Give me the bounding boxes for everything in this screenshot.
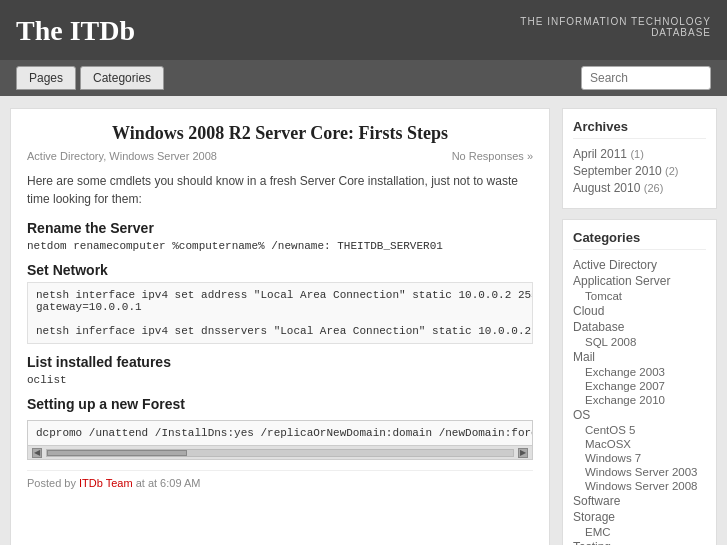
sidebar: Archives April 2011 (1) September 2010 (… [562,108,717,545]
code-rename: netdom renamecomputer %computername% /ne… [27,240,533,252]
cat-testing[interactable]: Testing [573,540,706,545]
main-content: Windows 2008 R2 Server Core: Firsts Step… [10,108,550,545]
cat-database[interactable]: Database [573,320,706,334]
cat-exchange2007[interactable]: Exchange 2007 [585,380,706,392]
cat-tomcat[interactable]: Tomcat [585,290,706,302]
article-responses: No Responses » [452,150,533,162]
article-title: Windows 2008 R2 Server Core: Firsts Step… [27,123,533,144]
cat-centos5[interactable]: CentOS 5 [585,424,706,436]
scrollbar-right-arrow[interactable]: ▶ [518,448,528,458]
tab-pages[interactable]: Pages [16,66,76,90]
nav-tabs: Pages Categories [16,66,164,90]
cat-macosx[interactable]: MacOSX [585,438,706,450]
code-oclist: oclist [27,374,533,386]
site-header: The ITDb THE INFORMATION TECHNOLOGY DATA… [0,0,727,60]
footer-prefix: Posted by [27,477,76,489]
cat-sub-tomcat: Tomcat [573,290,706,302]
code-network: netsh interface ipv4 set address "Local … [27,282,533,344]
site-logo[interactable]: The ITDb [16,10,135,48]
cat-active-directory[interactable]: Active Directory [573,258,706,272]
scrollbar-left-arrow[interactable]: ◀ [32,448,42,458]
article-categories: Active Directory, Windows Server 2008 [27,150,217,162]
footer-time: at 6:09 AM [148,477,201,489]
archive-item-aug2010[interactable]: August 2010 (26) [573,181,706,195]
content-wrapper: Windows 2008 R2 Server Core: Firsts Step… [0,96,727,545]
footer-author[interactable]: ITDb Team [79,477,133,489]
cat-windows-server-2008[interactable]: Windows Server 2008 [585,480,706,492]
site-tagline: THE INFORMATION TECHNOLOGY DATABASE [471,16,711,38]
cat-mail[interactable]: Mail [573,350,706,364]
section-heading-1: Rename the Server [27,220,533,236]
cat-application-server[interactable]: Application Server [573,274,706,288]
section-heading-2: Set Network [27,262,533,278]
article-intro: Here are some cmdlets you should know in… [27,172,533,208]
code-dcpromo: dcpromo /unattend /InstallDns:yes /repli… [28,421,532,445]
cat-sub-sql2008: SQL 2008 [573,336,706,348]
tab-categories[interactable]: Categories [80,66,164,90]
scrollbar-track[interactable]: ◀ ▶ [28,445,532,459]
search-input[interactable] [581,66,711,90]
section-heading-4: Setting up a new Forest [27,396,533,412]
code-dcpromo-container: dcpromo /unattend /InstallDns:yes /repli… [27,420,533,460]
article-meta: Active Directory, Windows Server 2008 No… [27,150,533,162]
cat-sub-os: CentOS 5 MacOSX Windows 7 Windows Server… [573,424,706,492]
categories-widget: Categories Active Directory Application … [562,219,717,545]
archives-title: Archives [573,119,706,139]
cat-emc[interactable]: EMC [585,526,706,538]
archive-item-april2011[interactable]: April 2011 (1) [573,147,706,161]
cat-windows-server-2003[interactable]: Windows Server 2003 [585,466,706,478]
archive-count-sep2010: (2) [665,165,678,177]
cat-exchange2003[interactable]: Exchange 2003 [585,366,706,378]
cat-sql2008[interactable]: SQL 2008 [585,336,706,348]
cat-cloud[interactable]: Cloud [573,304,706,318]
cat-storage[interactable]: Storage [573,510,706,524]
cat-software[interactable]: Software [573,494,706,508]
cat-windows7[interactable]: Windows 7 [585,452,706,464]
cat-sub-mail: Exchange 2003 Exchange 2007 Exchange 201… [573,366,706,406]
cat-sub-emc: EMC [573,526,706,538]
section-heading-3: List installed features [27,354,533,370]
cat-exchange2010[interactable]: Exchange 2010 [585,394,706,406]
archive-count-april2011: (1) [630,148,643,160]
scrollbar-thumb[interactable] [47,450,187,456]
scrollbar-thumb-area[interactable] [46,449,514,457]
navbar: Pages Categories [0,60,727,96]
archives-widget: Archives April 2011 (1) September 2010 (… [562,108,717,209]
categories-title: Categories [573,230,706,250]
archive-item-sep2010[interactable]: September 2010 (2) [573,164,706,178]
cat-os[interactable]: OS [573,408,706,422]
archive-count-aug2010: (26) [644,182,664,194]
footer-suffix: at [136,477,148,489]
article-footer: Posted by ITDb Team at at 6:09 AM [27,470,533,489]
